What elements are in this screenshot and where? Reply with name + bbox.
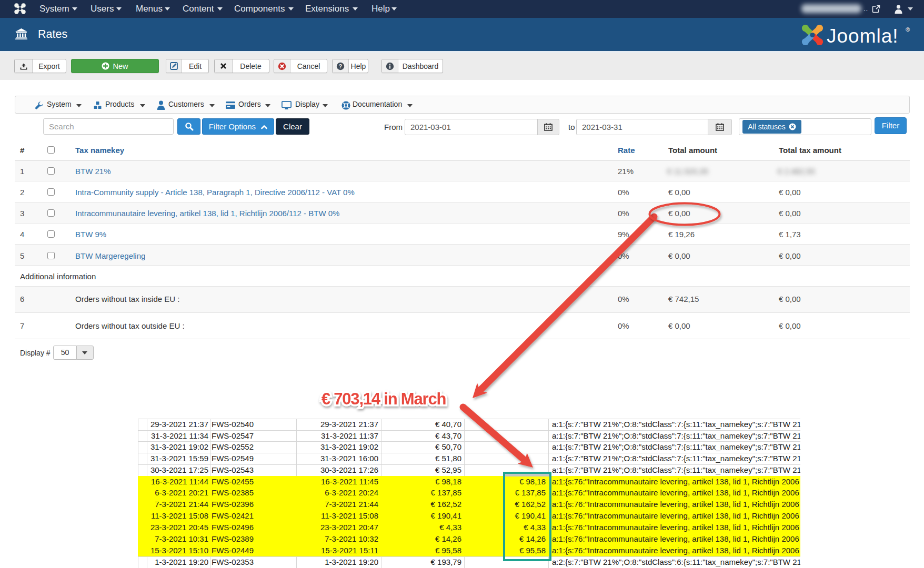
- svg-text:?: ?: [339, 63, 342, 69]
- svg-text:€ 703,14 in March: € 703,14 in March: [322, 390, 446, 408]
